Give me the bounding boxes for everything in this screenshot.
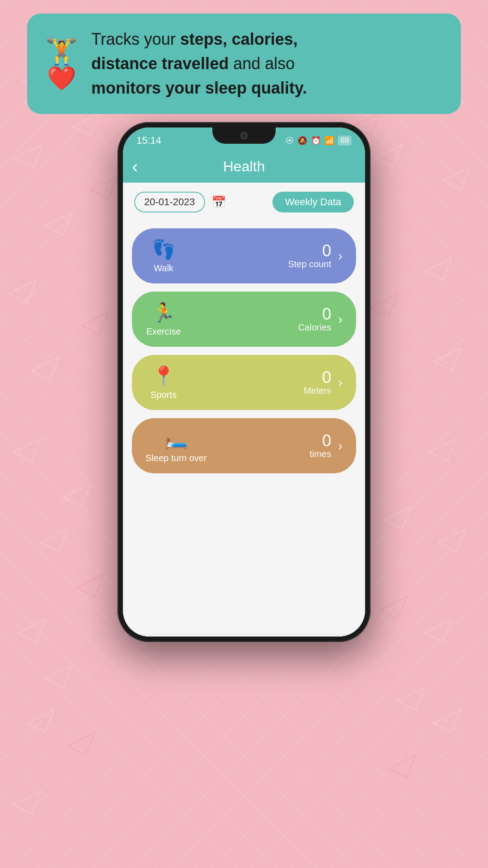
svg-marker-8 — [18, 619, 45, 642]
walk-card-right: 0 Step count › — [288, 243, 343, 269]
sleep-label: Sleep turn over — [145, 453, 207, 463]
banner-text: Tracks your steps, calories, distance tr… — [91, 27, 307, 100]
svg-marker-19 — [72, 113, 99, 136]
svg-marker-2 — [14, 145, 43, 167]
phone-screen: 15:14 ⦿ 🔕 ⏰ 📶 69 ‹ Health 20-01-2023 — [123, 127, 365, 637]
bluetooth-icon: ⦿ — [286, 136, 294, 146]
sleep-card-left: 🛏️ Sleep turn over — [145, 428, 207, 463]
svg-marker-18 — [434, 710, 461, 732]
exercise-label: Exercise — [146, 326, 181, 337]
svg-marker-27 — [81, 312, 108, 335]
svg-marker-31 — [68, 732, 95, 755]
walk-data: 0 Step count — [288, 243, 331, 269]
svg-marker-20 — [375, 145, 402, 167]
svg-marker-25 — [90, 176, 117, 199]
banner-icons: 🏋️ ❤️ — [45, 38, 78, 90]
svg-marker-21 — [63, 484, 90, 506]
phone-outer: 15:14 ⦿ 🔕 ⏰ 📶 69 ‹ Health 20-01-2023 — [117, 122, 371, 642]
weekly-data-button[interactable]: Weekly Data — [272, 192, 354, 212]
sports-card-left: 📍 Sports — [145, 365, 182, 400]
svg-marker-22 — [384, 506, 411, 529]
exercise-card-right: 0 Calories › — [298, 306, 343, 333]
exercise-arrow-icon: › — [338, 311, 343, 327]
svg-marker-29 — [77, 574, 104, 597]
walk-card-left: 👣 Walk — [145, 238, 182, 274]
svg-marker-10 — [14, 791, 41, 814]
phone-mockup: 15:14 ⦿ 🔕 ⏰ 📶 69 ‹ Health 20-01-2023 — [117, 122, 371, 642]
exercise-unit: Calories — [298, 322, 331, 333]
svg-marker-13 — [425, 258, 452, 280]
svg-marker-28 — [371, 294, 398, 316]
sports-arrow-icon: › — [338, 375, 343, 390]
svg-marker-9 — [27, 710, 54, 732]
empty-content-area — [123, 480, 365, 634]
svg-marker-23 — [45, 665, 72, 687]
alarm-icon: ⏰ — [311, 136, 321, 146]
sleep-card-right: 0 times › — [310, 433, 343, 459]
heart-monitor-icon: ❤️ — [47, 66, 76, 90]
phone-notch — [212, 127, 276, 144]
sports-icon: 📍 — [152, 365, 175, 387]
status-time: 15:14 — [136, 135, 161, 146]
sleep-arrow-icon: › — [338, 438, 343, 453]
bottom-navigation — [123, 634, 365, 637]
svg-marker-30 — [380, 597, 407, 619]
svg-marker-32 — [389, 755, 416, 778]
sleep-card[interactable]: 🛏️ Sleep turn over 0 times › — [132, 418, 356, 473]
walk-arrow-icon: › — [338, 248, 343, 264]
camera — [240, 132, 248, 139]
sleep-icon: 🛏️ — [164, 428, 188, 450]
date-bar: 20-01-2023 📅 Weekly Data — [123, 183, 365, 222]
svg-marker-14 — [434, 348, 461, 371]
status-icons: ⦿ 🔕 ⏰ 📶 69 — [286, 136, 352, 146]
cards-container: 👣 Walk 0 Step count › 🏃 — [123, 222, 365, 480]
sleep-value: 0 — [310, 433, 331, 449]
back-button[interactable]: ‹ — [132, 156, 138, 177]
walk-unit: Step count — [288, 259, 331, 269]
signal-icon: 📶 — [324, 136, 334, 146]
svg-marker-6 — [14, 439, 41, 461]
exercise-value: 0 — [298, 306, 331, 322]
battery-icon: 69 — [338, 136, 352, 146]
svg-marker-4 — [9, 280, 36, 303]
sleep-data: 0 times — [310, 433, 331, 459]
svg-marker-5 — [32, 357, 59, 380]
svg-marker-16 — [438, 529, 465, 552]
sports-value: 0 — [304, 369, 331, 386]
svg-marker-24 — [398, 687, 425, 710]
dumbbell-icon: 🏋️ — [45, 38, 78, 64]
svg-marker-3 — [45, 212, 72, 235]
exercise-data: 0 Calories — [298, 306, 331, 333]
sports-card[interactable]: 📍 Sports 0 Meters › — [132, 355, 356, 410]
date-text: 20-01-2023 — [144, 196, 195, 208]
mute-icon: 🔕 — [297, 136, 307, 146]
walk-value: 0 — [288, 243, 331, 259]
walk-card[interactable]: 👣 Walk 0 Step count › — [132, 228, 356, 283]
top-banner: 🏋️ ❤️ Tracks your steps, calories, dista… — [27, 14, 461, 114]
app-header: ‹ Health — [123, 150, 365, 183]
sports-label: Sports — [150, 390, 177, 400]
svg-marker-15 — [429, 439, 456, 461]
exercise-card-left: 🏃 Exercise — [145, 302, 182, 337]
sports-card-right: 0 Meters › — [304, 369, 343, 396]
svg-marker-17 — [425, 619, 452, 642]
sports-unit: Meters — [304, 386, 331, 396]
page-title: Health — [223, 158, 265, 175]
calendar-icon[interactable]: 📅 — [211, 195, 226, 209]
svg-marker-12 — [443, 167, 470, 190]
walk-label: Walk — [154, 263, 174, 274]
exercise-icon: 🏃 — [152, 302, 175, 324]
walk-icon: 👣 — [152, 238, 175, 260]
date-pill[interactable]: 20-01-2023 — [134, 192, 205, 212]
sports-data: 0 Meters — [304, 369, 331, 396]
svg-marker-7 — [41, 529, 68, 552]
exercise-card[interactable]: 🏃 Exercise 0 Calories › — [132, 292, 356, 347]
sleep-unit: times — [310, 449, 331, 459]
